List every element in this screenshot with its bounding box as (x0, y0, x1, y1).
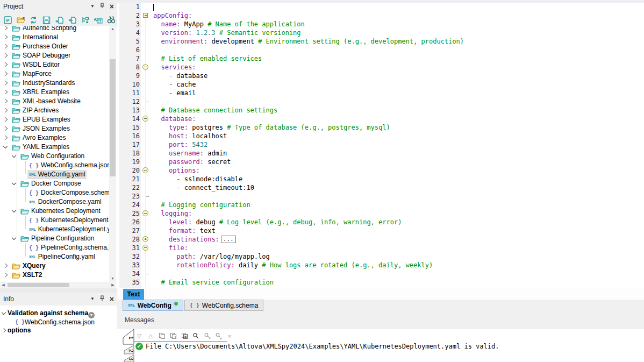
message-item[interactable]: ✓File C:\Users\Documents\Altova\XMLSpy20… (135, 343, 499, 350)
find-icon[interactable] (192, 332, 199, 340)
chevron-down-icon[interactable] (2, 310, 6, 315)
code-line[interactable]: database: (153, 115, 196, 123)
chevron-right-icon[interactable] (3, 99, 8, 103)
panel-splitter[interactable] (0, 288, 117, 293)
add-active-file-icon[interactable] (80, 15, 91, 25)
tree-item-kubernetesdeployment-yaml[interactable]: XMLKubernetesDeployment.yaml (0, 225, 109, 234)
project-tree-hscrollbar[interactable]: ◀ ▶ (0, 282, 116, 288)
chevron-right-icon[interactable] (3, 90, 8, 94)
tree-item-pipelineconfig-yaml[interactable]: XMLPipelineConfig.yaml (0, 252, 109, 261)
code-line[interactable]: # List of enabled services (153, 54, 262, 63)
code-line[interactable]: - connect_timeout:10 (153, 183, 254, 192)
tree-item-pipelineconfig-schema-json[interactable]: { }PipelineConfig.schema.json (0, 243, 109, 252)
chevron-right-icon[interactable] (3, 35, 8, 39)
tree-item-kubernetesdeployment-schema-json[interactable]: { }KubernetesDeployment.schema.json (0, 216, 109, 225)
tree-item-purchase-order[interactable]: Purchase Order (0, 42, 109, 51)
code-line[interactable]: version: 1.2.3 # Semantic versioning (153, 29, 301, 37)
collapsed-content-box[interactable]: ... (221, 236, 236, 243)
save-project-icon[interactable] (41, 15, 52, 25)
chevron-right-icon[interactable] (3, 136, 8, 140)
code-line[interactable]: name: MyApp # Name of the application (153, 20, 305, 29)
clear-icon[interactable]: × (226, 332, 233, 340)
message-window-tabs[interactable]: 123 (120, 329, 134, 362)
tree-item-xslt2[interactable]: XSLT2 (0, 271, 109, 280)
code-line[interactable]: - sslmode:disable (153, 175, 242, 183)
copy-message-icon[interactable] (158, 332, 166, 340)
chevron-down-icon[interactable] (12, 208, 16, 212)
chevron-down-icon[interactable] (3, 144, 8, 148)
code-line[interactable]: services: (153, 63, 196, 72)
scroll-up-icon[interactable]: ▲ (109, 26, 116, 32)
code-line[interactable]: username: admin (153, 149, 227, 158)
fold-collapse-icon[interactable] (142, 245, 148, 251)
chevron-right-icon[interactable] (3, 72, 8, 76)
file-tab-webconfig[interactable]: XMLWebConfig (123, 300, 183, 311)
fold-collapse-icon[interactable] (142, 167, 148, 173)
panel-menu-icon[interactable]: ▼ (90, 297, 95, 301)
tree-item-international[interactable]: International (0, 33, 109, 42)
chevron-down-icon[interactable] (12, 236, 16, 240)
vscroll-thumb[interactable] (110, 59, 116, 176)
code-line[interactable]: destinations:... (153, 235, 236, 244)
project-window-icon[interactable]: P (2, 15, 13, 25)
tree-item-industrystandards[interactable]: IndustryStandards (0, 79, 109, 88)
tree-item-web-configuration[interactable]: Web Configuration (0, 152, 109, 161)
next-message-icon[interactable]: ▽ (135, 332, 143, 340)
chevron-right-icon[interactable] (3, 81, 8, 85)
chevron-right-icon[interactable] (3, 264, 8, 268)
chevron-right-icon[interactable] (3, 62, 8, 67)
fold-expand-icon[interactable] (142, 236, 148, 242)
tree-item-yaml-examples[interactable]: YAML Examples (0, 143, 109, 152)
code-line[interactable]: type: postgres # Type of database (e.g.,… (153, 123, 390, 132)
chevron-right-icon[interactable] (3, 273, 8, 277)
chevron-right-icon[interactable] (3, 26, 8, 30)
pin-icon[interactable] (99, 3, 105, 10)
code-line[interactable]: file: (153, 244, 188, 252)
code-line[interactable]: - cache (153, 80, 196, 89)
tree-item-docker-compose[interactable]: Docker Compose (0, 179, 109, 188)
previous-message-icon[interactable]: △ (147, 332, 154, 340)
tree-item-soap-debugger[interactable]: SOAP Debugger (0, 51, 109, 60)
tree-item-zip-archives[interactable]: ZIP Archives (0, 106, 109, 115)
chevron-right-icon[interactable] (3, 126, 8, 131)
fold-collapse-icon[interactable] (142, 210, 148, 216)
tree-item-xbrl-examples[interactable]: XBRL Examples (0, 88, 109, 97)
tree-item-webconfig-yaml[interactable]: XMLWebConfig.yaml (0, 170, 109, 179)
tree-item-webconfig-schema-json[interactable]: { }WebConfig.schema.json (0, 161, 109, 170)
find-in-project-icon[interactable] (105, 15, 117, 25)
tree-item-dockercompose-yaml[interactable]: XMLDockerCompose.yaml (0, 197, 109, 207)
fold-collapse-icon[interactable] (142, 64, 148, 70)
code-line[interactable]: format: text (153, 226, 216, 235)
close-icon[interactable]: × (110, 3, 114, 10)
project-tree-vscrollbar[interactable]: ▲ ▼ (109, 26, 116, 282)
code-line[interactable]: logging: (153, 209, 192, 218)
fold-collapse-icon[interactable] (143, 13, 148, 18)
tree-item-xml-based-website[interactable]: XML-based Website (0, 97, 109, 106)
code-line[interactable]: level: debug # Log level (e.g., debug, i… (153, 218, 402, 226)
add-global-resource-icon[interactable] (92, 15, 104, 25)
code-line[interactable]: environment: development # Environment s… (153, 37, 464, 46)
code-line[interactable]: password: secret (153, 158, 231, 166)
tree-item-pipeline-configuration[interactable]: Pipeline Configuration (0, 234, 109, 243)
chevron-right-icon[interactable] (3, 53, 8, 58)
code-line[interactable]: path: /var/log/myapp.log (153, 252, 270, 261)
tree-item-avro-examples[interactable]: Avro Examples (0, 133, 109, 143)
find-next-icon[interactable] (203, 332, 211, 340)
code-line[interactable]: host: localhost (153, 132, 227, 140)
chevron-right-icon[interactable] (3, 117, 8, 122)
add-external-file-icon[interactable] (67, 15, 78, 25)
add-file-to-project-icon[interactable] (54, 15, 65, 25)
code-line[interactable]: port: 5432 (153, 140, 207, 149)
copy-message-and-children-icon[interactable]: + (169, 332, 177, 340)
pin-icon[interactable] (99, 295, 105, 303)
fold-collapse-icon[interactable] (142, 116, 148, 122)
code-line[interactable]: # Database connection settings (153, 106, 277, 115)
code-line[interactable]: # Email service configuration (153, 278, 274, 287)
code-line[interactable]: options: (153, 166, 200, 175)
scroll-right-icon[interactable]: ▶ (110, 282, 116, 288)
file-tab-webconfig-schema[interactable]: { }WebConfig.schema (184, 300, 264, 311)
tree-item-mapforce[interactable]: MapForce (0, 69, 109, 79)
scroll-down-icon[interactable]: ▼ (109, 275, 116, 282)
scroll-left-icon[interactable]: ◀ (0, 282, 6, 288)
chevron-right-icon[interactable] (2, 328, 6, 332)
